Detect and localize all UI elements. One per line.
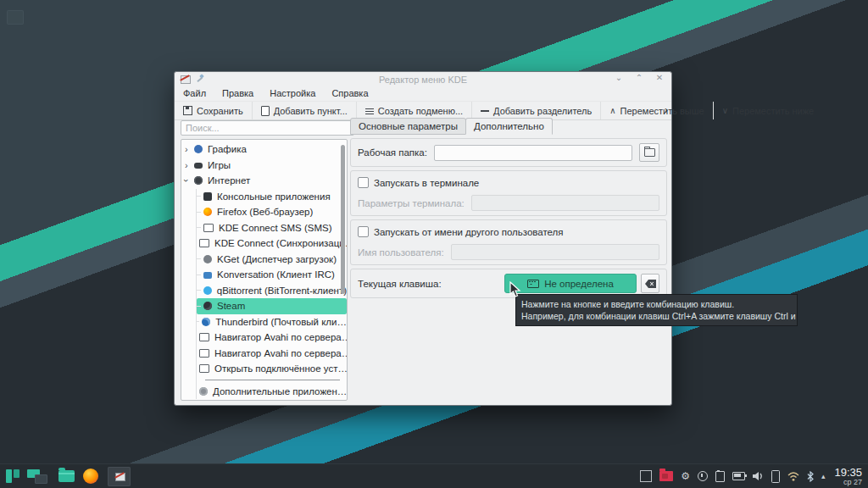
- user-name-input: [451, 244, 659, 260]
- tray-red-folder-icon[interactable]: [659, 471, 673, 481]
- properties-panel: Основные параметры Дополнительно Рабочая…: [350, 118, 667, 401]
- tree-item-konsole-apps[interactable]: Консольные приложения: [197, 189, 347, 205]
- terminal-checkbox[interactable]: [358, 177, 369, 188]
- tree-item-more-apps[interactable]: Дополнительные приложен…: [197, 384, 347, 400]
- virtual-desktop-pager[interactable]: [27, 469, 47, 484]
- folder-icon: [644, 148, 655, 157]
- tab-general[interactable]: Основные параметры: [350, 118, 466, 135]
- run-as-checkbox-label: Запускать от имени другого пользователя: [374, 227, 564, 237]
- save-icon: [183, 106, 192, 115]
- work-dir-frame: Рабочая папка:: [350, 138, 667, 167]
- menu-help[interactable]: Справка: [330, 87, 370, 99]
- tree-item-kdeconnect[interactable]: KDE Connect (Синхронизаци…: [197, 236, 347, 252]
- gear-icon[interactable]: ⚙: [681, 471, 690, 481]
- kdeconnect-icon: [199, 239, 209, 247]
- phone-icon[interactable]: [771, 470, 780, 483]
- collapse-arrow-icon[interactable]: [185, 175, 194, 186]
- app-launcher-icon[interactable]: [4, 468, 21, 485]
- tree-item-firefox[interactable]: Firefox (Веб-браузер): [197, 204, 347, 220]
- save-button[interactable]: Сохранить: [175, 102, 253, 119]
- shortcut-label: Текущая клавиша:: [358, 279, 442, 289]
- info-icon[interactable]: [698, 471, 708, 481]
- category-internet-icon: [194, 176, 203, 185]
- tree-item-avahi-2[interactable]: Навигатор Avahi по сервера…: [197, 346, 347, 362]
- category-games-icon: [194, 163, 203, 169]
- new-submenu-icon: [365, 107, 374, 115]
- expand-arrow-icon[interactable]: [185, 160, 194, 170]
- tree-item-internet[interactable]: Интернет: [181, 173, 347, 189]
- thunderbird-icon: [202, 318, 210, 326]
- konversation-icon: [203, 272, 212, 279]
- work-dir-input[interactable]: [434, 145, 632, 161]
- expand-tray-icon[interactable]: ▴: [821, 472, 826, 480]
- shortcut-button[interactable]: Не определена: [504, 274, 637, 293]
- clear-shortcut-button[interactable]: [641, 274, 659, 293]
- tray-window-icon[interactable]: [640, 470, 652, 482]
- run-as-checkbox[interactable]: [358, 226, 369, 237]
- battery-icon[interactable]: [732, 472, 745, 480]
- tree-item-graphics[interactable]: Графика: [181, 141, 347, 158]
- shortcut-tooltip: Нажмите на кнопке и введите комбинацию к…: [515, 294, 798, 326]
- move-down-button[interactable]: ∨ Переместить ниже: [714, 102, 822, 119]
- work-dir-label: Рабочая папка:: [358, 147, 427, 158]
- bluetooth-icon[interactable]: [807, 471, 814, 482]
- menu-editor-task-button[interactable]: [108, 467, 131, 486]
- steam-icon: [203, 302, 212, 310]
- tree-item-qbittorrent[interactable]: qBittorrent (BitTorrent-клиент): [197, 283, 347, 299]
- menu-file[interactable]: Файл: [181, 87, 208, 99]
- move-up-button[interactable]: ∧ Переместить выше: [601, 102, 713, 119]
- avahi-icon: [199, 333, 209, 341]
- maximize-button[interactable]: ⌃: [634, 73, 644, 82]
- wifi-icon[interactable]: [787, 472, 799, 481]
- toolbar-overflow-icon[interactable]: ›: [665, 104, 668, 116]
- move-down-icon: ∨: [722, 107, 728, 115]
- volume-icon[interactable]: [753, 471, 764, 481]
- firefox-taskbar-icon[interactable]: [83, 469, 98, 484]
- clock[interactable]: 19:35 ср 27: [834, 467, 862, 486]
- terminal-args-input: [471, 195, 659, 211]
- menu-settings[interactable]: Настройка: [268, 87, 317, 99]
- minimize-button[interactable]: ⌄: [614, 73, 624, 82]
- clock-date: ср 27: [843, 479, 862, 486]
- keyboard-icon: [527, 280, 539, 288]
- desktop-folder-icon[interactable]: [7, 10, 24, 25]
- terminal-checkbox-label: Запускать в терминале: [374, 178, 479, 188]
- menu-edit[interactable]: Правка: [220, 87, 255, 99]
- tree-item-open-device[interactable]: Открыть подключённое уст…: [197, 361, 347, 377]
- tree-item-kget[interactable]: KGet (Диспетчер загрузок): [197, 252, 347, 268]
- clipboard-icon[interactable]: [715, 471, 725, 482]
- tree-item-konversation[interactable]: Konversation (Клиент IRC): [197, 267, 347, 283]
- tab-advanced[interactable]: Дополнительно: [465, 118, 553, 135]
- close-button[interactable]: ✕: [654, 73, 665, 82]
- taskbar: ⚙ ▴ 19:35 ср 27: [0, 463, 868, 488]
- tree-item-kdeconnect-sms[interactable]: KDE Connect SMS (SMS): [197, 220, 347, 236]
- app-icon[interactable]: [180, 74, 190, 84]
- expand-arrow-icon[interactable]: [185, 144, 194, 154]
- user-name-label: Имя пользователя:: [358, 247, 444, 258]
- tree-item-steam[interactable]: Steam: [197, 298, 347, 314]
- menu-tree: Графика Игры Интернет Консольные приложе…: [181, 139, 348, 401]
- tree-scrollbar[interactable]: [341, 145, 345, 294]
- tree-item-avahi-1[interactable]: Навигатор Avahi по сервера…: [197, 330, 347, 346]
- category-graphics-icon: [194, 145, 203, 153]
- move-up-icon: ∧: [609, 107, 615, 115]
- browse-folder-button[interactable]: [639, 143, 659, 162]
- search-input[interactable]: [181, 120, 354, 136]
- pin-icon[interactable]: [196, 75, 204, 83]
- backspace-icon: [645, 280, 656, 288]
- tree-item-games[interactable]: Игры: [181, 158, 347, 174]
- titlebar[interactable]: Редактор меню KDE ⌄ ⌃ ✕: [175, 72, 671, 86]
- add-entry-icon: [261, 106, 270, 116]
- kdeconnect-sms-icon: [203, 224, 214, 232]
- add-separator-button[interactable]: Добавить разделитель: [472, 102, 601, 119]
- tree-item-thunderbird[interactable]: Thunderbird (Почтовый кли…: [197, 314, 347, 330]
- add-entry-button[interactable]: Добавить пункт...: [253, 102, 357, 119]
- mouse-cursor: [509, 281, 521, 298]
- internet-children: Консольные приложения Firefox (Веб-брауз…: [196, 189, 347, 400]
- device-icon: [199, 364, 209, 373]
- clock-time: 19:35: [834, 467, 862, 478]
- new-submenu-button[interactable]: Создать подменю...: [357, 102, 472, 119]
- window-title: Редактор меню KDE: [175, 75, 671, 85]
- file-manager-icon[interactable]: [58, 470, 75, 482]
- terminal-args-label: Параметры терминала:: [358, 198, 465, 208]
